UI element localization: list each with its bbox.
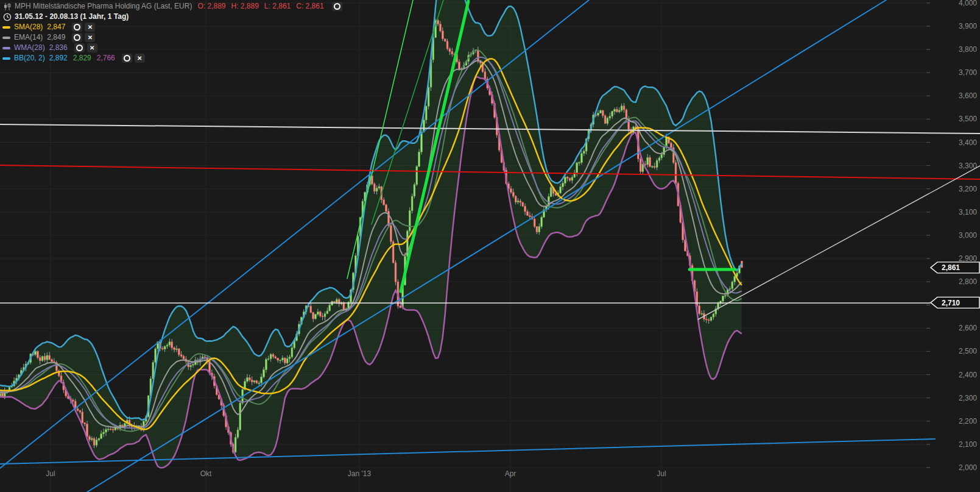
ema-color-swatch — [2, 37, 10, 39]
svg-text:3,900: 3,900 — [959, 22, 977, 30]
svg-text:2,300: 2,300 — [959, 394, 977, 402]
chart-legend: MPH Mittelständische Pharma Holding AG (… — [2, 1, 342, 63]
chart-canvas[interactable]: 2,0002,1002,2002,3002,4002,5002,6002,700… — [0, 0, 980, 492]
wma-label: WMA(28) — [14, 43, 45, 53]
low-value: L: 2,861 — [264, 2, 291, 10]
svg-text:2,100: 2,100 — [959, 440, 977, 449]
chart-window: 2,0002,1002,2002,3002,4002,5002,6002,700… — [0, 0, 980, 492]
ema-settings-button[interactable] — [72, 33, 82, 42]
indicator-row-bb: BB(20, 2) 2,892 2,829 2,766 ✕ — [2, 53, 342, 63]
indicator-row-ema: EMA(14) 2,849 ✕ — [2, 32, 342, 43]
wma-settings-button[interactable] — [74, 43, 85, 52]
candlestick-chart-icon — [2, 2, 12, 11]
chart-settings-button[interactable] — [332, 2, 342, 11]
svg-text:2,400: 2,400 — [959, 371, 977, 379]
ema-value: 2,849 — [47, 32, 65, 43]
bb-color-swatch — [2, 57, 10, 60]
settings-circle-icon — [124, 55, 130, 62]
bb-upper-value: 2,892 — [49, 53, 68, 63]
sma-value: 2,847 — [47, 22, 65, 32]
ohlc-values: O: 2,889H: 2,889L: 2,861C: 2,861 — [197, 1, 329, 12]
instrument-title: MPH Mittelständische Pharma Holding AG (… — [15, 1, 192, 12]
svg-text:3,700: 3,700 — [959, 68, 977, 77]
settings-circle-icon — [334, 3, 340, 10]
wma-remove-button[interactable]: ✕ — [87, 43, 97, 52]
wma-color-swatch — [2, 47, 10, 49]
period-label: 31.05.12 - 20.08.13 (1 Jahr, 1 Tag) — [15, 12, 129, 22]
svg-text:2,000: 2,000 — [959, 463, 977, 472]
indicator-row-wma: WMA(28) 2,836 ✕ — [2, 43, 342, 53]
ema-remove-button[interactable]: ✕ — [85, 33, 95, 42]
svg-text:3,600: 3,600 — [959, 91, 977, 100]
close-value: C: 2,861 — [296, 2, 323, 10]
period-row: 31.05.12 - 20.08.13 (1 Jahr, 1 Tag) — [2, 12, 342, 22]
svg-text:2,900: 2,900 — [959, 254, 977, 263]
wma-value: 2,836 — [49, 43, 68, 53]
sma-color-swatch — [2, 26, 10, 29]
bb-remove-button[interactable]: ✕ — [135, 54, 145, 63]
high-value: H: 2,889 — [231, 2, 258, 10]
svg-text:2,800: 2,800 — [959, 277, 977, 286]
sma-remove-button[interactable]: ✕ — [85, 23, 95, 32]
svg-text:3,000: 3,000 — [959, 231, 977, 240]
svg-text:2,710: 2,710 — [942, 299, 960, 307]
svg-text:Jul: Jul — [46, 469, 55, 478]
bb-label: BB(20, 2) — [14, 53, 45, 63]
svg-text:3,300: 3,300 — [959, 162, 977, 170]
settings-circle-icon — [74, 24, 80, 30]
svg-text:4,000: 4,000 — [959, 0, 977, 7]
clock-icon — [2, 12, 12, 21]
sma-label: SMA(28) — [14, 22, 43, 32]
svg-text:Jan '13: Jan '13 — [348, 469, 372, 478]
close-icon: ✕ — [137, 53, 142, 63]
close-icon: ✕ — [88, 22, 93, 32]
close-icon: ✕ — [88, 32, 93, 43]
svg-text:2,200: 2,200 — [959, 417, 977, 426]
svg-text:2,600: 2,600 — [959, 324, 977, 332]
svg-text:3,800: 3,800 — [959, 45, 977, 54]
indicator-row-sma: SMA(28) 2,847 ✕ — [2, 22, 342, 32]
svg-text:3,200: 3,200 — [959, 185, 977, 193]
instrument-row: MPH Mittelständische Pharma Holding AG (… — [2, 1, 342, 12]
sma-settings-button[interactable] — [72, 23, 82, 32]
svg-text:2,861: 2,861 — [942, 263, 960, 272]
svg-text:Okt: Okt — [200, 469, 212, 478]
svg-text:3,100: 3,100 — [959, 208, 977, 216]
settings-circle-icon — [76, 45, 83, 51]
price-chart-svg: 2,0002,1002,2002,3002,4002,5002,6002,700… — [0, 0, 980, 492]
bb-lower-value: 2,766 — [97, 53, 115, 63]
svg-text:Apr: Apr — [505, 469, 516, 478]
bb-middle-value: 2,829 — [73, 53, 91, 63]
open-value: O: 2,889 — [197, 2, 225, 10]
ema-label: EMA(14) — [14, 32, 43, 43]
bb-settings-button[interactable] — [122, 54, 132, 63]
svg-text:3,400: 3,400 — [959, 138, 977, 147]
svg-text:3,500: 3,500 — [959, 115, 977, 123]
svg-text:2,500: 2,500 — [959, 347, 977, 355]
close-icon: ✕ — [90, 43, 94, 53]
svg-text:Jul: Jul — [657, 469, 666, 478]
settings-circle-icon — [74, 34, 80, 41]
